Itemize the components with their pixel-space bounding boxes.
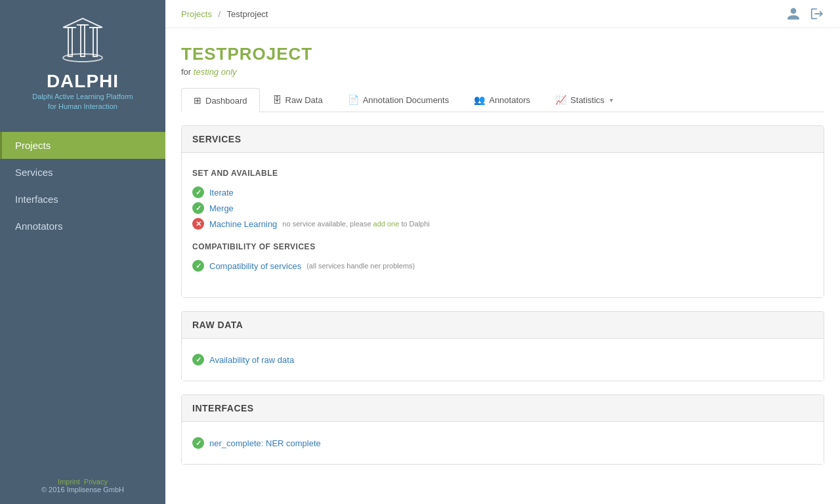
ml-label: Machine Learning (209, 219, 277, 229)
sidebar-item-annotators[interactable]: Annotators (0, 213, 165, 240)
services-section-body: SET AND AVAILABLE Iterate Merge Machine … (182, 153, 824, 297)
interfaces-section-body: ner_complete: NER complete (182, 422, 824, 464)
breadcrumb: Projects / Testproject (181, 9, 268, 19)
svg-rect-1 (68, 28, 72, 56)
breadcrumb-projects[interactable]: Projects (181, 9, 212, 19)
top-bar: Projects / Testproject (165, 0, 840, 28)
check-icon (192, 260, 204, 272)
list-item: Iterate (192, 184, 813, 200)
sidebar: DALPHI Dalphi Active Learning Platform f… (0, 0, 165, 504)
project-subtitle: for testing only (181, 67, 824, 77)
list-item: Availability of raw data (192, 352, 813, 368)
annotators-icon: 👥 (474, 94, 485, 105)
services-section-header: SERVICES (182, 126, 824, 153)
add-one-link[interactable]: add one (373, 220, 400, 228)
annotation-docs-icon: 📄 (348, 94, 359, 105)
sidebar-item-services[interactable]: Services (0, 159, 165, 186)
ml-note-suffix: to Dalphi (399, 220, 429, 228)
project-title: TESTPROJECT (181, 44, 824, 64)
tab-raw-data[interactable]: 🗄 Raw Data (260, 87, 335, 112)
interfaces-section-header: INTERFACES (182, 395, 824, 422)
interfaces-section: INTERFACES ner_complete: NER complete (181, 394, 824, 465)
user-icon[interactable] (786, 7, 801, 21)
statistics-icon: 📈 (555, 94, 566, 105)
set-and-available-subsection: SET AND AVAILABLE Iterate Merge Machine … (192, 169, 813, 232)
breadcrumb-current: Testproject (227, 9, 268, 19)
services-section: SERVICES SET AND AVAILABLE Iterate Merge (181, 125, 824, 298)
tab-annotation-docs-label: Annotation Documents (363, 95, 450, 105)
tabs: ⊞ Dashboard 🗄 Raw Data 📄 Annotation Docu… (181, 87, 824, 112)
raw-data-section: RAW DATA Availability of raw data (181, 311, 824, 381)
app-desc-line1: Dalphi Active Learning Platform (32, 93, 133, 100)
main-content: Projects / Testproject TESTPROJECT for t… (165, 0, 840, 504)
compat-label: Compatibility of services (209, 261, 301, 271)
logo-area: DALPHI Dalphi Active Learning Platform f… (19, 0, 146, 119)
subtitle-prefix: for (181, 67, 194, 77)
content-area: TESTPROJECT for testing only ⊞ Dashboard… (165, 28, 840, 504)
dashboard-icon: ⊞ (194, 95, 201, 106)
error-icon (192, 218, 204, 230)
list-item: Machine Learning no service available, p… (192, 216, 813, 232)
copyright: © 2016 Implisense GmbH (41, 486, 124, 494)
tab-statistics[interactable]: 📈 Statistics ▾ (543, 87, 625, 112)
raw-data-availability-label: Availability of raw data (209, 355, 294, 365)
app-desc: Dalphi Active Learning Platform for Huma… (19, 92, 146, 112)
tab-raw-data-label: Raw Data (285, 95, 323, 105)
tab-annotation-documents[interactable]: 📄 Annotation Documents (335, 87, 462, 112)
ml-note: no service available, please add one to … (282, 220, 429, 228)
app-logo (56, 13, 109, 66)
set-and-available-title: SET AND AVAILABLE (192, 169, 813, 178)
sidebar-footer: Imprint Privacy © 2016 Implisense GmbH (31, 467, 135, 504)
ml-note-text: no service available, please (282, 220, 373, 228)
statistics-dropdown-arrow: ▾ (610, 96, 613, 104)
merge-label: Merge (209, 203, 234, 213)
sidebar-item-interfaces[interactable]: Interfaces (0, 186, 165, 213)
raw-data-section-header: RAW DATA (182, 312, 824, 339)
check-icon (192, 354, 204, 366)
breadcrumb-sep: / (219, 9, 221, 19)
check-icon (192, 437, 204, 449)
tab-dashboard[interactable]: ⊞ Dashboard (181, 88, 260, 112)
svg-rect-3 (93, 28, 97, 56)
privacy-link[interactable]: Privacy (84, 478, 108, 486)
ner-complete-label: ner_complete: NER complete (209, 438, 321, 448)
tab-dashboard-label: Dashboard (205, 96, 247, 106)
check-icon (192, 202, 204, 214)
subtitle-link[interactable]: testing only (194, 67, 237, 77)
app-name: DALPHI (47, 71, 119, 92)
top-bar-icons (786, 7, 824, 21)
tab-annotators-label: Annotators (489, 95, 530, 105)
list-item: Compatibility of services (all services … (192, 258, 813, 274)
tab-statistics-label: Statistics (570, 95, 604, 105)
app-desc-line2: for (48, 102, 58, 110)
list-item: Merge (192, 200, 813, 216)
svg-rect-2 (81, 25, 85, 56)
list-item: ner_complete: NER complete (192, 435, 813, 451)
compatibility-subsection: COMPATIBILITY OF SERVICES Compatibility … (192, 242, 813, 274)
compatibility-title: COMPATIBILITY OF SERVICES (192, 242, 813, 251)
check-icon (192, 186, 204, 198)
sidebar-nav: Projects Services Interfaces Annotators (0, 132, 165, 240)
compat-note: (all services handle ner problems) (306, 262, 415, 270)
app-desc-highlight: Human Interaction (58, 102, 117, 110)
raw-data-section-body: Availability of raw data (182, 339, 824, 381)
logout-icon[interactable] (810, 7, 824, 21)
sidebar-item-projects[interactable]: Projects (0, 132, 165, 159)
iterate-label: Iterate (209, 188, 234, 198)
imprint-link[interactable]: Imprint (58, 478, 80, 486)
raw-data-icon: 🗄 (272, 94, 282, 105)
tab-annotators[interactable]: 👥 Annotators (461, 87, 543, 112)
